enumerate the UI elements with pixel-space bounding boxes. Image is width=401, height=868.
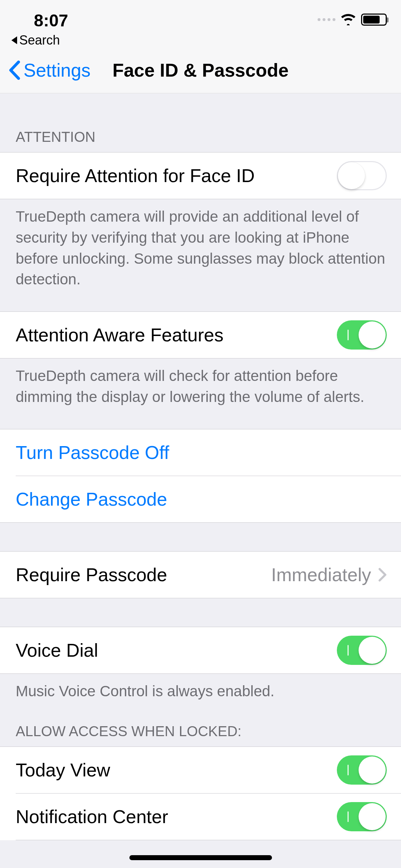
- section-require-attention: Require Attention for Face ID: [0, 152, 401, 199]
- toggle-today-view[interactable]: [337, 755, 387, 785]
- toggle-voice-dial[interactable]: [337, 636, 387, 665]
- battery-icon: [361, 14, 387, 26]
- label-aware-features: Attention Aware Features: [16, 324, 337, 346]
- value-require-passcode: Immediately: [271, 564, 371, 585]
- content: ATTENTION Require Attention for Face ID …: [0, 93, 401, 840]
- label-turn-passcode-off: Turn Passcode Off: [16, 442, 387, 463]
- navigation-bar: Settings Face ID & Passcode: [0, 47, 401, 93]
- footer-voice-dial: Music Voice Control is always enabled.: [0, 674, 401, 702]
- row-require-attention[interactable]: Require Attention for Face ID: [0, 153, 401, 199]
- toggle-notification-center[interactable]: [337, 802, 387, 831]
- toggle-aware-features[interactable]: [337, 320, 387, 350]
- section-voice-dial: Voice Dial: [0, 627, 401, 674]
- status-bar: 8:07 Search: [0, 0, 401, 47]
- section-passcode-actions: Turn Passcode Off Change Passcode: [0, 429, 401, 523]
- label-change-passcode: Change Passcode: [16, 489, 387, 510]
- row-require-passcode[interactable]: Require Passcode Immediately: [0, 552, 401, 598]
- label-today-view: Today View: [16, 759, 337, 781]
- back-to-label: Search: [19, 33, 60, 48]
- row-voice-dial[interactable]: Voice Dial: [0, 627, 401, 673]
- section-header-attention: ATTENTION: [0, 129, 401, 152]
- row-change-passcode[interactable]: Change Passcode: [0, 476, 401, 522]
- footer-require-attention: TrueDepth camera will provide an additio…: [0, 199, 401, 290]
- chevron-right-icon: [378, 568, 387, 582]
- home-indicator[interactable]: [129, 855, 272, 860]
- cellular-dots-icon: [318, 18, 335, 21]
- status-time: 8:07: [34, 11, 68, 30]
- page-title: Face ID & Passcode: [0, 60, 401, 81]
- row-aware-features[interactable]: Attention Aware Features: [0, 312, 401, 358]
- section-require-passcode: Require Passcode Immediately: [0, 551, 401, 598]
- label-voice-dial: Voice Dial: [16, 640, 337, 661]
- row-notification-center[interactable]: Notification Center: [0, 794, 401, 840]
- section-aware-features: Attention Aware Features: [0, 311, 401, 358]
- back-triangle-icon: [11, 36, 17, 44]
- back-to-app[interactable]: Search: [11, 33, 60, 48]
- toggle-require-attention[interactable]: [337, 161, 387, 190]
- label-require-passcode: Require Passcode: [16, 564, 271, 585]
- row-today-view[interactable]: Today View: [0, 747, 401, 793]
- label-notification-center: Notification Center: [16, 806, 337, 827]
- section-allow-access: Today View Notification Center: [0, 746, 401, 840]
- section-header-locked: ALLOW ACCESS WHEN LOCKED:: [0, 723, 401, 746]
- row-turn-passcode-off[interactable]: Turn Passcode Off: [0, 429, 401, 476]
- wifi-icon: [340, 14, 356, 25]
- label-require-attention: Require Attention for Face ID: [16, 165, 337, 186]
- footer-aware-features: TrueDepth camera will check for attentio…: [0, 358, 401, 408]
- status-right: [318, 14, 387, 26]
